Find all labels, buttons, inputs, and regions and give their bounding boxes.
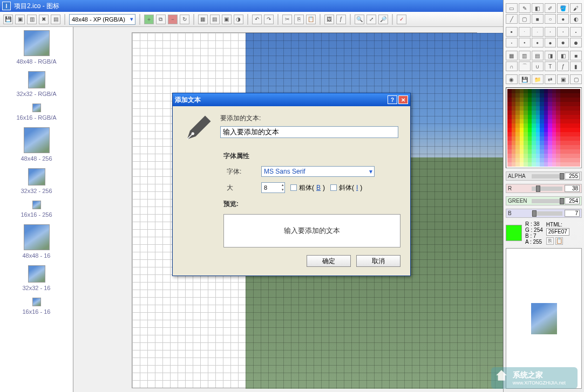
font-size-spinner[interactable]: 8: [261, 182, 285, 193]
thumb-label: 16x16 - 256: [0, 211, 73, 218]
add-format-icon[interactable]: ＋: [144, 15, 154, 24]
ellipse-icon[interactable]: ○: [545, 14, 556, 24]
green-slider[interactable]: GREEN 254: [506, 196, 582, 205]
filled-rect-icon[interactable]: ■: [532, 14, 544, 24]
script-icon[interactable]: ƒ: [336, 15, 346, 24]
open-icon[interactable]: ▥: [27, 15, 37, 24]
format-thumb[interactable]: 48x48 - 16: [0, 224, 73, 259]
gradient-1-icon[interactable]: ▦: [506, 51, 518, 60]
current-color-swatch[interactable]: [506, 225, 522, 241]
zoom-fit-icon[interactable]: ⤢: [366, 15, 376, 24]
import-image-icon[interactable]: 🖼: [324, 15, 334, 24]
size-6-icon[interactable]: •: [570, 27, 582, 37]
format-thumb[interactable]: 48x48 - 256: [0, 127, 73, 162]
dialog-close-button[interactable]: ✕: [398, 95, 408, 104]
text-icon[interactable]: T: [545, 61, 556, 71]
palette-save-icon[interactable]: 💾: [519, 74, 531, 84]
paste-color-icon[interactable]: 📋: [555, 237, 563, 245]
size-5-icon[interactable]: •: [557, 27, 569, 37]
curve-1-icon[interactable]: ∩: [506, 61, 518, 71]
gradient-4-icon[interactable]: ◨: [545, 51, 556, 60]
copy-icon[interactable]: ⎘: [294, 15, 304, 24]
thumb-label: 48x48 - RGB/A: [0, 58, 73, 65]
palette-add-icon[interactable]: ▣: [557, 74, 569, 84]
palette-mode-icon[interactable]: ◉: [506, 74, 518, 84]
size-3-icon[interactable]: •: [532, 27, 544, 37]
size-format-combo[interactable]: 48x48 - XP (RGB/A): [69, 14, 135, 25]
ok-button[interactable]: 确定: [307, 255, 351, 267]
check-icon[interactable]: ✓: [397, 15, 406, 24]
cancel-button[interactable]: 取消: [356, 255, 400, 267]
size-7-icon[interactable]: ●: [506, 38, 518, 47]
palette-del-icon[interactable]: ▢: [570, 74, 582, 84]
rotate-icon[interactable]: ↻: [180, 15, 189, 24]
format-thumb[interactable]: 32x32 - RGB/A: [0, 71, 73, 97]
size-12-icon[interactable]: ●: [570, 38, 582, 47]
export-icon[interactable]: ▤: [51, 15, 60, 24]
palette-swap-icon[interactable]: ⇄: [545, 74, 556, 84]
eraser-icon[interactable]: ◧: [532, 3, 544, 13]
blue-slider[interactable]: B 7: [506, 209, 582, 218]
paste-icon[interactable]: 📋: [306, 15, 316, 24]
dialog-titlebar[interactable]: 添加文本 ? ✕: [173, 93, 410, 106]
curve-3-icon[interactable]: ∪: [532, 61, 544, 71]
italic-checkbox[interactable]: 斜体(I): [330, 183, 362, 192]
save-icon[interactable]: 💾: [3, 15, 13, 24]
bucket-icon[interactable]: 🪣: [557, 3, 569, 13]
magic-icon[interactable]: ▮: [570, 61, 582, 71]
rect-icon[interactable]: ▢: [519, 14, 531, 24]
blur-icon[interactable]: ◐: [570, 14, 582, 24]
tool-grid-1: ▭ ✎ ◧ ✐ 🪣 🖌 ╱ ▢ ■ ○ ● ◐: [506, 3, 582, 24]
text-to-add-input[interactable]: [220, 126, 398, 138]
alpha-slider[interactable]: ALPHA 255: [506, 171, 582, 181]
curve-2-icon[interactable]: ⌒: [519, 61, 531, 71]
red-slider[interactable]: R 38: [506, 184, 582, 193]
detail-view-icon[interactable]: ▤: [210, 15, 220, 24]
format-thumb[interactable]: 16x16 - 256: [0, 201, 73, 218]
size-9-icon[interactable]: ●: [532, 38, 544, 47]
undo-icon[interactable]: ↶: [252, 15, 262, 24]
filled-ellipse-icon[interactable]: ●: [557, 14, 569, 24]
color-palette[interactable]: [506, 87, 582, 168]
gradient-5-icon[interactable]: ◧: [557, 51, 569, 60]
fx-icon[interactable]: ƒ: [557, 61, 569, 71]
gradient-6-icon[interactable]: ■: [570, 51, 582, 60]
grid-view-icon[interactable]: ▦: [198, 15, 208, 24]
pencil-icon[interactable]: ✎: [519, 3, 531, 13]
zoom-out-icon[interactable]: 🔎: [378, 15, 388, 24]
dialog-help-button[interactable]: ?: [388, 95, 397, 104]
size-8-icon[interactable]: ●: [519, 38, 531, 47]
font-family-combo[interactable]: MS Sans Serif: [261, 166, 375, 177]
cut-icon[interactable]: ✂: [282, 15, 292, 24]
line-icon[interactable]: ╱: [506, 14, 518, 24]
delete-icon[interactable]: ✖: [39, 15, 49, 24]
eyedropper-icon[interactable]: ✐: [545, 3, 556, 13]
duplicate-icon[interactable]: ⧉: [156, 15, 166, 24]
layers-icon[interactable]: ▣: [222, 15, 232, 24]
select-rect-icon[interactable]: ▭: [506, 3, 518, 13]
brush-icon[interactable]: 🖌: [570, 3, 582, 13]
redo-icon[interactable]: ↷: [264, 15, 274, 24]
remove-format-icon[interactable]: －: [168, 15, 178, 24]
format-thumb[interactable]: 16x16 - 16: [0, 298, 73, 315]
size-2-icon[interactable]: •: [519, 27, 531, 37]
bold-checkbox[interactable]: 粗体(B): [290, 183, 325, 192]
size-1-icon[interactable]: ■: [506, 27, 518, 37]
format-thumb[interactable]: 32x32 - 256: [0, 168, 73, 194]
html-color-input[interactable]: 26FE07: [546, 228, 569, 236]
size-4-icon[interactable]: •: [545, 27, 556, 37]
format-thumb[interactable]: 32x32 - 16: [0, 265, 73, 291]
zoom-in-icon[interactable]: 🔍: [355, 15, 364, 24]
format-thumb[interactable]: 16x16 - RGB/A: [0, 104, 73, 121]
gradient-2-icon[interactable]: ▥: [519, 51, 531, 60]
thumb-label: 32x32 - RGB/A: [0, 91, 73, 97]
new-file-icon[interactable]: ▣: [15, 15, 25, 24]
effects-icon[interactable]: ◑: [234, 15, 243, 24]
size-11-icon[interactable]: ●: [557, 38, 569, 47]
gradient-3-icon[interactable]: ▤: [532, 51, 544, 60]
size-10-icon[interactable]: ●: [545, 38, 556, 47]
palette-open-icon[interactable]: 📁: [532, 74, 544, 84]
copy-color-icon[interactable]: ⎘: [546, 237, 554, 245]
format-thumb[interactable]: 48x48 - RGB/A: [0, 30, 73, 65]
window-title: 项目2.ico - 图标: [14, 2, 59, 11]
